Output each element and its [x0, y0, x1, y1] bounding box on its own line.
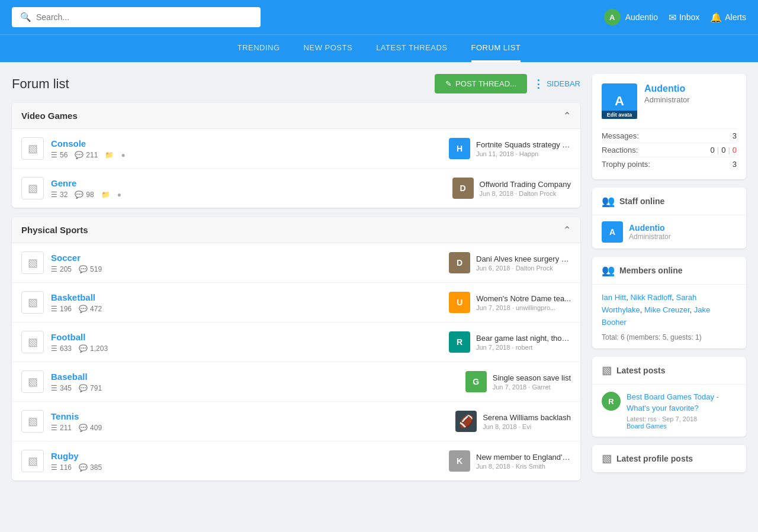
forum-name-baseball[interactable]: Baseball — [51, 372, 458, 382]
lp-title[interactable]: Best Board Games Today - What's your fav… — [627, 392, 737, 413]
forum-info-genre: Genre ☰ 32 💬 98 📁 ● — [51, 178, 445, 199]
latest-info-baseball: Single season save list Jun 7, 2018 · Ga… — [493, 373, 571, 391]
forum-stats-console: ☰ 56 💬 211 📁 ● — [51, 151, 442, 159]
latest-title-baseball[interactable]: Single season save list — [493, 373, 571, 382]
members-total: Total: 6 (members: 5, guests: 1) — [602, 333, 737, 341]
dots-icon: ⋮ — [533, 78, 544, 91]
forum-latest-tennis: 🏈 Serena Williams backlash Jun 8, 2018 ·… — [455, 411, 571, 432]
category-header-video-games[interactable]: Video Games ⌃ — [12, 103, 580, 129]
category-header-sports[interactable]: Physical Sports ⌃ — [12, 217, 580, 243]
forum-info-console: Console ☰ 56 💬 211 📁 ● — [51, 138, 442, 159]
search-bar[interactable]: 🔍 — [12, 7, 261, 27]
forum-row-tennis: ▧ Tennis ☰ 211 💬 409 🏈 Serena Williams b… — [12, 402, 580, 441]
staff-name[interactable]: Audentio — [629, 223, 671, 233]
category-physical-sports: Physical Sports ⌃ ▧ Soccer ☰ 205 💬 519 D — [12, 217, 580, 481]
forum-icon-basketball: ▧ — [21, 291, 44, 314]
category-title-sports: Physical Sports — [21, 225, 88, 235]
header-user[interactable]: A Audentio — [604, 9, 658, 25]
latest-title-basketball[interactable]: Women's Notre Dame tea... — [476, 294, 571, 303]
forum-row-genre: ▧ Genre ☰ 32 💬 98 📁 ● — [12, 169, 580, 208]
search-icon: 🔍 — [20, 12, 31, 22]
thread-icon: ☰ — [51, 151, 57, 159]
page-header: Forum list ✎ POST THREAD... ⋮ SIDEBAR — [12, 74, 580, 93]
latest-meta-basketball: Jun 7, 2018 · unwillingpro... — [476, 304, 571, 311]
latest-title-tennis[interactable]: Serena Williams backlash — [483, 413, 571, 422]
chat-icon: ▧ — [28, 415, 38, 428]
search-input[interactable] — [36, 12, 252, 22]
header-right: A Audentio ✉ Inbox 🔔 Alerts — [604, 9, 746, 25]
forum-icon-rugby: ▧ — [21, 450, 44, 472]
latest-posts-title: Latest posts — [616, 366, 665, 375]
lp-avatar: R — [602, 392, 621, 411]
forum-stats-soccer: ☰ 205 💬 519 — [51, 265, 442, 273]
forum-name-football[interactable]: Football — [51, 332, 442, 342]
sidebar-latest-profile-posts-card: ▧ Latest profile posts — [592, 445, 746, 472]
forum-info-soccer: Soccer ☰ 205 💬 519 — [51, 253, 442, 273]
nav-forum-list[interactable]: FORUM LIST — [471, 35, 521, 62]
forum-icon-tennis: ▧ — [21, 410, 44, 433]
chat-icon: ▧ — [28, 296, 38, 309]
member-ian-hitt[interactable]: Ian Hitt — [602, 293, 626, 302]
forum-name-soccer[interactable]: Soccer — [51, 253, 442, 263]
username: Audentio — [625, 12, 658, 22]
people-icon: 👥 — [602, 195, 615, 208]
sidebar-toggle-button[interactable]: ⋮ SIDEBAR — [533, 78, 580, 91]
forum-row-console: ▧ Console ☰ 56 💬 211 📁 ● — [12, 129, 580, 169]
chat-icon: ▧ — [28, 454, 38, 467]
latest-title-soccer[interactable]: Dani Alves knee surgery w... — [476, 254, 571, 263]
forum-info-baseball: Baseball ☰ 345 💬 791 — [51, 372, 458, 392]
latest-info-football: Bear game last night, thou... Jun 7, 201… — [476, 334, 571, 351]
post-thread-button[interactable]: ✎ POST THREAD... — [435, 74, 527, 93]
reaction-3: 0 — [733, 146, 737, 154]
nav: TRENDING NEW POSTS LATEST THREADS FORUM … — [0, 34, 758, 62]
nav-trending[interactable]: TRENDING — [237, 35, 280, 62]
forum-name-tennis[interactable]: Tennis — [51, 411, 448, 421]
forum-icon-genre: ▧ — [21, 177, 44, 199]
forum-icon-soccer: ▧ — [21, 252, 44, 274]
latest-title-console[interactable]: Fortnite Squads strategy ti... — [476, 140, 571, 149]
latest-avatar-console: H — [449, 138, 470, 159]
trophy-label: Trophy points: — [602, 160, 650, 169]
nav-new-posts[interactable]: NEW POSTS — [304, 35, 353, 62]
latest-info-soccer: Dani Alves knee surgery w... Jun 6, 2018… — [476, 254, 571, 272]
latest-avatar-basketball: U — [449, 292, 470, 313]
reaction-1: 0 — [711, 146, 715, 154]
latest-meta-baseball: Jun 7, 2018 · Garret — [493, 383, 571, 391]
latest-title-genre[interactable]: Offworld Trading Company — [480, 180, 571, 189]
member-mike-creuzer[interactable]: Mike Creuzer — [644, 305, 690, 314]
forum-name-basketball[interactable]: Basketball — [51, 292, 442, 302]
profile-avatar[interactable]: A Edit avata — [602, 83, 637, 119]
forum-name-genre[interactable]: Genre — [51, 178, 445, 188]
inbox-icon: ✉ — [669, 12, 676, 23]
latest-title-football[interactable]: Bear game last night, thou... — [476, 334, 571, 343]
thread-icon: ☰ — [51, 265, 57, 273]
chat-icon: ▧ — [28, 256, 38, 269]
message-count-console: 💬 211 — [75, 151, 98, 159]
members-online-content: Ian Hitt, Nikk Radloff, Sarah Worthylake… — [592, 285, 746, 349]
dots-more[interactable]: ● — [117, 191, 121, 199]
member-nikk-radloff[interactable]: Nikk Radloff — [630, 293, 672, 302]
thread-icon: ☰ — [51, 463, 57, 472]
dots-more[interactable]: ● — [121, 151, 125, 159]
main-content: Forum list ✎ POST THREAD... ⋮ SIDEBAR Vi… — [12, 74, 580, 490]
staff-item-audentio: A Audentio Administrator — [592, 215, 746, 249]
alerts-link[interactable]: 🔔 Alerts — [710, 12, 746, 23]
forum-row-football: ▧ Football ☰ 633 💬 1,203 R Bear game las… — [12, 323, 580, 362]
pencil-icon: ✎ — [445, 79, 452, 88]
profile-name[interactable]: Audentio — [644, 83, 690, 94]
forum-stats-football: ☰ 633 💬 1,203 — [51, 344, 442, 353]
forum-icon-console: ▧ — [21, 137, 44, 160]
latest-meta-rugby: Jun 8, 2018 · Kris Smith — [476, 463, 571, 470]
forum-name-console[interactable]: Console — [51, 138, 442, 149]
alerts-icon: 🔔 — [710, 12, 722, 23]
forum-name-rugby[interactable]: Rugby — [51, 451, 442, 461]
lp-info: Best Board Games Today - What's your fav… — [627, 392, 737, 429]
staff-avatar[interactable]: A — [602, 221, 623, 243]
nav-latest-threads[interactable]: LATEST THREADS — [376, 35, 447, 62]
inbox-link[interactable]: ✉ Inbox — [669, 12, 699, 23]
latest-title-rugby[interactable]: New member to England's... — [476, 453, 571, 462]
inbox-label: Inbox — [679, 12, 699, 22]
lp-category[interactable]: Board Games — [627, 423, 737, 430]
staff-role: Administrator — [629, 233, 671, 241]
forum-latest-baseball: G Single season save list Jun 7, 2018 · … — [465, 371, 571, 392]
